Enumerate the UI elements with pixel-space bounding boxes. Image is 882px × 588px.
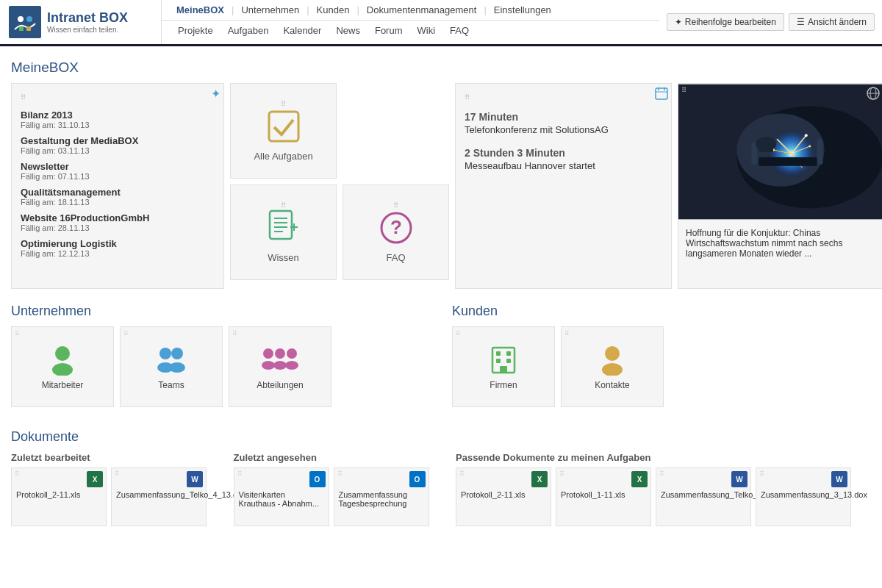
doc-col-angesehen-title: Zuletzt angesehen	[234, 452, 442, 463]
unternehmen-section: Unternehmen ⠿ Mitarbeiter ⠿	[11, 304, 430, 407]
doc-tile-passend-4[interactable]: ⠿ W Zusammenfassung_3_13.dox	[756, 467, 851, 526]
task-due-2: Fällig am: 03.11.13	[21, 146, 215, 155]
firmen-tile[interactable]: ⠿ Firmen	[452, 326, 555, 407]
top-nav: MeineBOX | Unternehmen | Kunden | Dokume…	[162, 0, 659, 21]
nav-forum[interactable]: Forum	[368, 25, 410, 36]
task-title-2: Gestaltung der MediaBOX	[21, 135, 215, 146]
news-tile[interactable]: ⠿	[678, 83, 882, 289]
doc-tiles-angesehen: ⠿ O Visitenkarten Krauthaus - Abnahm... …	[234, 467, 442, 526]
teams-icon	[151, 343, 192, 376]
nav-wiki[interactable]: Wiki	[410, 25, 443, 36]
doc-col-bearbeitet: Zuletzt bearbeitet ⠿ X Protokoll_2-11.xl…	[11, 452, 219, 526]
svg-point-2	[26, 16, 32, 22]
svg-point-50	[262, 361, 275, 370]
cal-event-1: 17 Minuten Telefonkonferenz mit Solution…	[465, 111, 662, 135]
svg-point-51	[275, 348, 285, 359]
doc-icon-excel-p2: X	[631, 471, 648, 487]
doc-name-b2: Zusammenfassung_Telko_4_13.dox	[116, 490, 201, 499]
logo-icon	[9, 6, 41, 38]
doc-tile-passend-3[interactable]: ⠿ W Zusammenfassung_Telko_4_13.dox	[656, 467, 751, 526]
svg-point-34	[808, 146, 811, 148]
svg-point-52	[273, 361, 287, 370]
task-due-4: Fällig am: 18.11.13	[21, 198, 215, 207]
svg-text:?: ?	[390, 216, 402, 238]
svg-rect-60	[500, 366, 507, 373]
mitarbeiter-tile[interactable]: ⠿ Mitarbeiter	[11, 326, 114, 407]
doc-icon-excel-p1: X	[531, 471, 548, 487]
svg-point-49	[263, 348, 273, 359]
doc-tile-passend-1[interactable]: ⠿ X Protokoll_2-11.xls	[456, 467, 551, 526]
task-title-6: Optimierung Logistik	[21, 238, 215, 249]
doc-tile-bearbeitet-2[interactable]: ⠿ W Zusammenfassung_Telko_4_13.dox	[111, 467, 207, 526]
tasks-action-icon[interactable]: ✦	[211, 87, 220, 101]
calendar-events: 17 Minuten Telefonkonferenz mit Solution…	[465, 111, 662, 171]
calendar-tile: ⠿ 17 Minuten Telefonkonferenz mit Soluti…	[455, 83, 672, 289]
svg-rect-4	[26, 26, 31, 31]
cal-time-1: 17 Minuten	[465, 111, 662, 123]
dokumente-row: Zuletzt bearbeitet ⠿ X Protokoll_2-11.xl…	[11, 452, 871, 526]
nav-dokumente[interactable]: Dokumentenmanagement	[361, 4, 483, 15]
logo-area: Intranet BOX Wissen einfach teilen.	[0, 0, 162, 44]
doc-tile-angesehen-2[interactable]: ⠿ O Zusammenfassung Tagesbesprechung	[334, 467, 429, 526]
doc-handle-p2: ⠿	[559, 471, 564, 478]
dokumente-section: Dokumente Zuletzt bearbeitet ⠿ X Protoko…	[11, 429, 871, 526]
firmen-icon	[487, 343, 520, 376]
nav-faq[interactable]: FAQ	[442, 25, 476, 36]
abteilungen-tile[interactable]: ⠿ Abteilungen	[229, 326, 331, 407]
task-due-5: Fällig am: 28.11.13	[21, 223, 215, 232]
reorder-button[interactable]: ✦ Reihenfolge bearbeiten	[667, 13, 784, 31]
doc-icon-excel-1: X	[87, 471, 103, 487]
kunden-title: Kunden	[452, 304, 871, 319]
kontakte-tile[interactable]: ⠿ Kontakte	[561, 326, 664, 407]
header: Intranet BOX Wissen einfach teilen. Mein…	[0, 0, 882, 46]
svg-rect-27	[817, 139, 823, 165]
doc-tiles-passend: ⠿ X Protokoll_2-11.xls ⠿ X Protokoll_1-1…	[456, 467, 871, 526]
company-section-row: Unternehmen ⠿ Mitarbeiter ⠿	[11, 304, 871, 418]
view-button[interactable]: ☰ Ansicht ändern	[789, 13, 875, 31]
doc-handle-p1: ⠿	[459, 471, 465, 478]
wissen-icon	[267, 209, 301, 246]
teams-tile[interactable]: ⠿ Teams	[120, 326, 223, 407]
faq-handle: ⠿	[393, 202, 398, 209]
task-due-3: Fällig am: 07.11.13	[21, 172, 215, 181]
nav-einstellungen[interactable]: Einstellungen	[488, 4, 557, 15]
nav-unternehmen[interactable]: Unternehmen	[235, 4, 305, 15]
middle-col: ⠿ Alle Aufgaben ⠿	[230, 83, 449, 289]
doc-icon-outlook-2: O	[409, 471, 426, 487]
cal-event-2: 2 Stunden 3 Minuten Messeaufbau Hannover…	[465, 147, 662, 171]
unternehmen-title: Unternehmen	[11, 304, 430, 319]
doc-col-passend: Passende Dokumente zu meinen Aufgaben ⠿ …	[456, 452, 871, 526]
nav-kalender[interactable]: Kalender	[276, 25, 329, 36]
doc-name-b1: Protokoll_2-11.xls	[16, 490, 101, 499]
doc-col-angesehen: Zuletzt angesehen ⠿ O Visitenkarten Krau…	[234, 452, 442, 526]
news-image	[678, 84, 882, 220]
doc-tile-angesehen-1[interactable]: ⠿ O Visitenkarten Krauthaus - Abnahm...	[234, 467, 329, 526]
mitarbeiter-icon	[45, 343, 80, 376]
doc-handle-b1: ⠿	[15, 471, 20, 478]
doc-tile-bearbeitet-1[interactable]: ⠿ X Protokoll_2-11.xls	[11, 467, 107, 526]
doc-icon-word-p4: W	[831, 471, 847, 487]
nav-projekte[interactable]: Projekte	[171, 25, 220, 36]
task-due-1: Fällig am: 31.10.13	[21, 121, 215, 129]
wissen-tile[interactable]: ⠿ Wissen	[230, 184, 337, 280]
faq-tile[interactable]: ⠿ ? FAQ	[343, 184, 449, 280]
nav-meinebox[interactable]: MeineBOX	[171, 4, 230, 15]
tasks-tile: ⠿ ✦ Bilanz 2013 Fällig am: 31.10.13 Gest…	[11, 83, 224, 289]
cal-desc-1: Telefonkonferenz mit SolutionsAG	[465, 124, 662, 135]
task-item-2: Gestaltung der MediaBOX Fällig am: 03.11…	[21, 135, 215, 155]
nav-area: MeineBOX | Unternehmen | Kunden | Dokume…	[162, 0, 659, 44]
task-title-4: Qualitätsmanagement	[21, 187, 215, 198]
svg-rect-36	[759, 157, 817, 166]
news-text: Hoffnung für die Konjuktur: Chinas Wirts…	[678, 222, 882, 265]
wissen-label: Wissen	[268, 252, 299, 263]
doc-handle-a1: ⠿	[237, 471, 243, 478]
nav-news[interactable]: News	[329, 25, 368, 36]
task-due-6: Fällig am: 12.12.13	[21, 249, 215, 258]
nav-kunden[interactable]: Kunden	[311, 4, 356, 15]
doc-tile-passend-2[interactable]: ⠿ X Protokoll_1-11.xls	[556, 467, 651, 526]
all-tasks-handle: ⠿	[281, 101, 286, 108]
all-tasks-tile[interactable]: ⠿ Alle Aufgaben	[230, 83, 337, 179]
cal-time-2: 2 Stunden 3 Minuten	[465, 147, 662, 159]
doc-name-a1: Visitenkarten Krauthaus - Abnahm...	[239, 490, 324, 508]
nav-aufgaben[interactable]: Aufgaben	[220, 25, 276, 36]
